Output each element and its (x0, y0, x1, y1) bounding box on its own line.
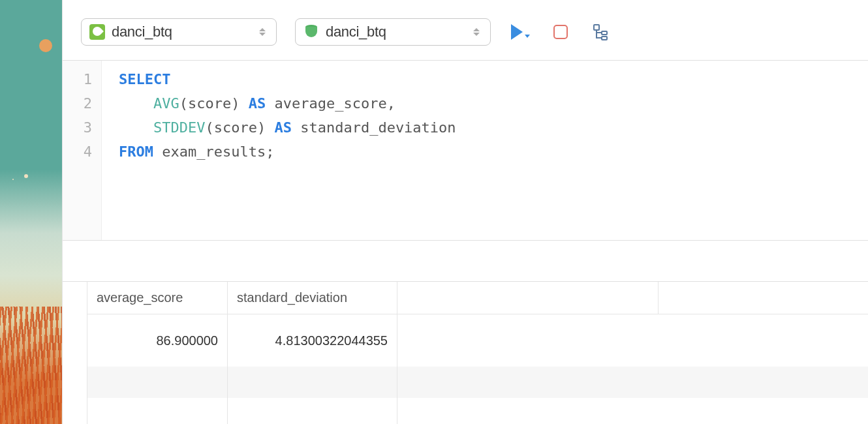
chevron-up-down-icon (473, 26, 482, 38)
connection-selector[interactable]: danci_btq (81, 18, 277, 46)
database-selector-label: danci_btq (326, 23, 467, 40)
format-query-button[interactable] (590, 21, 612, 43)
stop-icon (553, 25, 568, 39)
table-row-empty (87, 398, 868, 424)
editor-results-divider (63, 240, 868, 281)
connection-selector-label: danci_btq (112, 23, 253, 40)
results-header-row: average_score standard_deviation (87, 282, 868, 314)
structure-icon (593, 23, 610, 40)
column-header[interactable]: average_score (87, 282, 228, 314)
table-row-empty (87, 367, 868, 398)
line-number: 1 (63, 67, 92, 91)
results-table: average_score standard_deviation 86.9000… (87, 282, 868, 424)
cell-average-score: 86.900000 (87, 314, 228, 367)
line-number-gutter: 1 2 3 4 (63, 61, 102, 240)
database-icon (303, 24, 319, 40)
code-content[interactable]: SELECT AVG(score) AS average_score, STDD… (102, 61, 473, 240)
desktop-wallpaper (0, 0, 62, 424)
svg-rect-1 (602, 31, 607, 35)
mysql-leaf-icon (89, 24, 105, 40)
run-query-button[interactable] (509, 21, 531, 43)
toolbar: danci_btq danci_btq (63, 0, 868, 61)
results-row-margin (63, 282, 87, 424)
svg-rect-2 (602, 37, 607, 40)
results-panel: average_score standard_deviation 86.9000… (63, 281, 868, 424)
chevron-up-down-icon (259, 26, 268, 38)
database-selector[interactable]: danci_btq (295, 18, 491, 46)
cell-empty (397, 314, 659, 367)
table-row[interactable]: 86.900000 4.81300322044355 (87, 314, 868, 367)
column-header[interactable]: standard_deviation (228, 282, 397, 314)
sql-editor[interactable]: 1 2 3 4 SELECT AVG(score) AS average_sco… (63, 61, 868, 240)
column-header-empty (397, 282, 659, 314)
svg-rect-0 (594, 25, 599, 30)
dropdown-caret-icon (525, 35, 530, 38)
sql-client-window: danci_btq danci_btq (62, 0, 868, 424)
line-number: 2 (63, 91, 92, 115)
play-icon (511, 24, 523, 40)
cell-standard-deviation: 4.81300322044355 (228, 314, 397, 367)
line-number: 4 (63, 140, 92, 164)
line-number: 3 (63, 115, 92, 140)
stop-query-button[interactable] (550, 21, 572, 43)
